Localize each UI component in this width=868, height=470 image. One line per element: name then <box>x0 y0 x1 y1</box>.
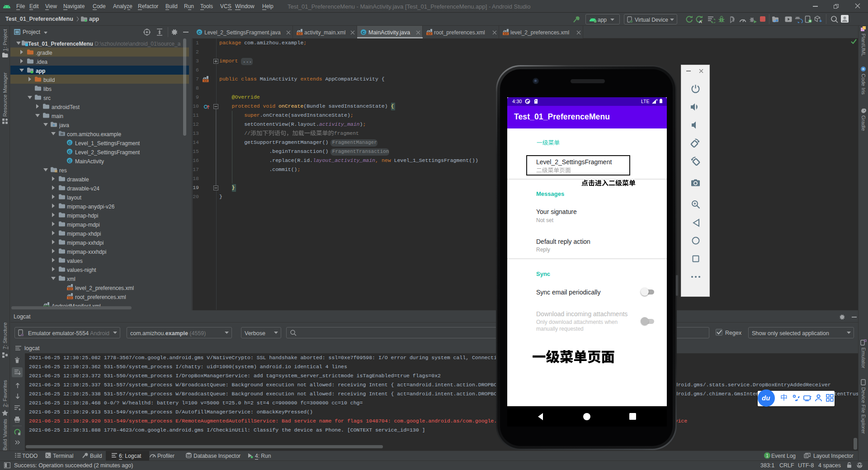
svg-text:C: C <box>68 158 71 163</box>
svg-text:C: C <box>362 30 365 35</box>
svg-text:<>: <> <box>68 287 71 290</box>
svg-text:<>: <> <box>504 32 507 35</box>
svg-text:<>: <> <box>427 32 431 35</box>
svg-text:<>: <> <box>297 32 301 35</box>
svg-text:1: 1 <box>766 453 769 458</box>
svg-text:C: C <box>198 30 201 35</box>
svg-text:A: A <box>699 19 702 24</box>
svg-text:<>: <> <box>68 296 71 299</box>
svg-text:C: C <box>68 149 71 154</box>
svg-text:<>: <> <box>203 79 207 82</box>
svg-text:C: C <box>68 140 71 145</box>
